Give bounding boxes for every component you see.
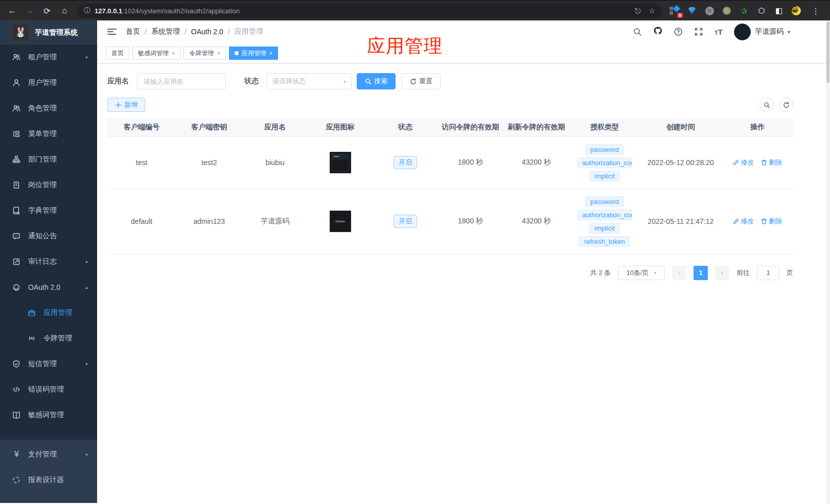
status-select[interactable]: 请选择状态 ▾ <box>267 73 352 89</box>
breadcrumb-oauth[interactable]: OAuth 2.0 <box>191 28 223 36</box>
search-icon <box>764 102 770 108</box>
username: 芋道源码 <box>755 27 783 36</box>
grant-tag: authorization_code <box>577 210 632 220</box>
app-logo[interactable]: 芋道管理系统 <box>0 20 97 44</box>
audit-log-icon <box>12 258 21 266</box>
extensions-puzzle-icon[interactable]: ⬡ <box>756 6 767 16</box>
back-button[interactable]: ← <box>5 4 19 18</box>
tab-application[interactable]: 应用管理× <box>229 47 278 60</box>
sidebar-item-dept[interactable]: 部门管理 <box>0 147 97 172</box>
sidebar-item-oauth[interactable]: OAuth 2.0 ▴ <box>0 274 97 300</box>
grant-tag: refresh_token <box>579 236 630 247</box>
refresh-table-button[interactable] <box>779 98 793 112</box>
top-navbar: 首页/ 系统管理/ OAuth 2.0/ 应用管理 TT 芋道源码 ▾ <box>97 20 830 43</box>
chevron-down-icon: ▾ <box>85 452 88 457</box>
close-icon[interactable]: × <box>172 50 175 56</box>
sidebar-item-notice[interactable]: 通知公告 <box>0 223 97 249</box>
browser-menu-icon[interactable]: ⋮ <box>809 4 823 18</box>
sidebar-item-errcode[interactable]: 错误码管理 <box>0 377 97 402</box>
status-label: 状态 <box>244 77 259 86</box>
refresh-icon <box>410 78 417 85</box>
sidebar-item-audit-log[interactable]: 审计日志 ▾ <box>0 249 97 274</box>
collapse-sidebar-icon[interactable] <box>107 27 118 37</box>
star-extension-icon[interactable]: ✰ <box>739 6 749 16</box>
grant-tag: authorization_code <box>577 157 632 168</box>
col-grant-types: 授权类型 <box>569 118 639 136</box>
sidebar-item-sensitive-word[interactable]: 敏感词管理 <box>0 402 97 428</box>
forward-button[interactable]: → <box>22 4 37 18</box>
page-size-select[interactable]: 10条/页 ▾ <box>618 266 665 280</box>
sidebar-item-tenant[interactable]: 租户管理 ▾ <box>0 44 97 70</box>
sidebar-item-oauth-application[interactable]: 应用管理 <box>0 300 97 326</box>
search-icon[interactable] <box>633 27 642 36</box>
status-badge[interactable]: 开启 <box>394 215 417 228</box>
user-menu[interactable]: 芋道源码 ▾ <box>734 24 790 40</box>
gray-extension-icon[interactable]: ⌘ <box>704 6 714 16</box>
fullscreen-icon[interactable] <box>694 27 703 36</box>
col-app-name: 应用名 <box>242 118 307 136</box>
tabs-extension-icon[interactable]: 9 <box>670 6 680 16</box>
bookmark-star-icon[interactable]: ☆ <box>649 7 655 15</box>
site-info-icon[interactable]: ⓘ <box>84 6 90 15</box>
app-name-input[interactable] <box>137 73 226 89</box>
tab-sensitive-word[interactable]: 敏感词管理× <box>132 47 180 60</box>
font-size-icon[interactable]: TT <box>714 28 723 36</box>
toggle-search-button[interactable] <box>759 98 774 112</box>
prev-page-button[interactable]: ‹ <box>672 266 686 280</box>
sidebar-item-dict[interactable]: 字典管理 <box>0 198 97 223</box>
trash-icon <box>761 218 767 224</box>
tab-home[interactable]: 首页 <box>106 47 129 60</box>
sidebar-item-post[interactable]: 岗位管理 <box>0 172 97 198</box>
sidebar-item-sms[interactable]: 短信管理 ▾ <box>0 351 97 377</box>
code-icon <box>12 385 21 394</box>
app-icon-thumbnail[interactable]: GitHub <box>330 211 351 232</box>
search-button[interactable]: 搜索 <box>357 73 396 89</box>
col-refresh-validity: 刷新令牌的有效期 <box>503 118 569 136</box>
page-number-1[interactable]: 1 <box>694 266 708 280</box>
split-view-icon[interactable]: ◧ <box>774 6 784 16</box>
sidebar-item-pay[interactable]: ¥ 支付管理 ▾ <box>0 442 97 467</box>
tagview-bar: 首页 敏感词管理× 令牌管理× 应用管理× <box>97 43 830 63</box>
robot-icon <box>12 283 21 292</box>
scrollbar-thumb[interactable] <box>826 21 829 83</box>
scrollbar[interactable] <box>826 21 830 504</box>
github-icon[interactable] <box>653 26 662 35</box>
sidebar-item-report-designer[interactable]: 报表设计器 <box>0 467 97 493</box>
add-button[interactable]: 新增 <box>107 98 145 112</box>
sidebar-bottom-menu: ¥ 支付管理 ▾ 报表设计器 <box>0 440 97 503</box>
delete-button[interactable]: 删除 <box>761 217 782 226</box>
goto-label: 前往 <box>736 268 750 278</box>
gem-extension-icon[interactable] <box>687 6 697 16</box>
breadcrumb-system[interactable]: 系统管理 <box>151 27 180 36</box>
share-icon[interactable]: ⎋ <box>635 7 640 15</box>
edit-button[interactable]: 修改 <box>733 217 754 226</box>
sidebar-item-oauth-token[interactable]: A 令牌管理 <box>0 326 97 351</box>
reset-button[interactable]: 重置 <box>402 73 441 89</box>
close-icon[interactable]: × <box>269 50 272 56</box>
breadcrumb-home[interactable]: 首页 <box>126 27 140 36</box>
chevron-down-icon: ▾ <box>654 270 657 276</box>
url-bar[interactable]: ⓘ 127.0.0.1:1024/system/oauth2/oauth2/ap… <box>78 4 661 18</box>
green-circle-extension-icon[interactable] <box>722 6 732 16</box>
sidebar: 芋道管理系统 租户管理 ▾ 用户管理 角色管理 菜单管理 <box>0 20 97 503</box>
sidebar-item-user[interactable]: 用户管理 <box>0 70 97 96</box>
status-badge[interactable]: 开启 <box>394 156 417 169</box>
profile-emoji-icon[interactable] <box>791 6 801 16</box>
grant-tag: implicit <box>589 171 620 181</box>
sidebar-item-role[interactable]: 角色管理 <box>0 96 97 121</box>
goto-page-input[interactable] <box>757 266 779 280</box>
reload-button[interactable]: ⟳ <box>40 4 54 18</box>
total-count: 共 2 条 <box>590 268 611 278</box>
app-icon-thumbnail[interactable] <box>330 152 351 173</box>
help-icon[interactable] <box>674 27 683 36</box>
next-page-button[interactable]: › <box>715 266 729 280</box>
extension-badge: 9 <box>677 13 683 18</box>
sidebar-menu: 租户管理 ▾ 用户管理 角色管理 菜单管理 部门管理 岗位管理 <box>0 44 97 440</box>
close-icon[interactable]: × <box>217 50 220 56</box>
tab-token[interactable]: 令牌管理× <box>183 47 225 60</box>
url-path: :1024/system/oauth2/oauth2/application <box>122 7 240 15</box>
home-button[interactable]: ⌂ <box>57 4 72 18</box>
delete-button[interactable]: 删除 <box>761 158 782 167</box>
edit-button[interactable]: 修改 <box>733 158 754 167</box>
sidebar-item-menu[interactable]: 菜单管理 <box>0 121 97 147</box>
